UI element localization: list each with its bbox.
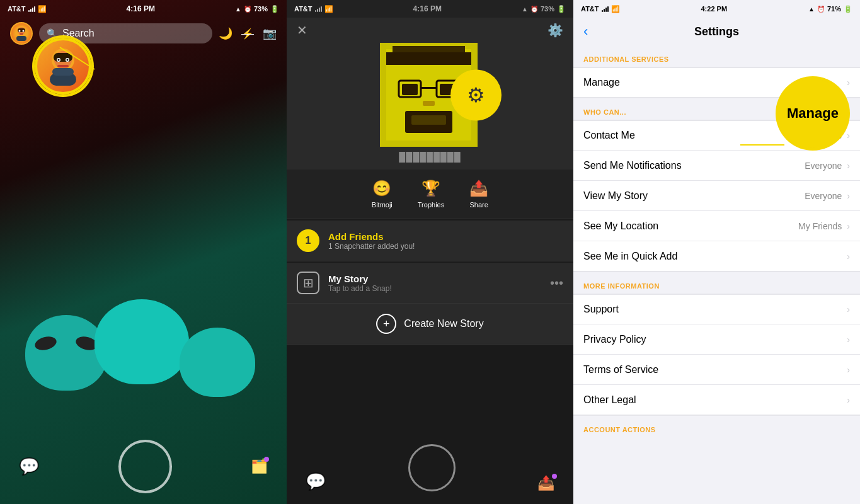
carrier-text: AT&T <box>8 5 26 13</box>
profile-bottom: 💬 📤 <box>287 345 573 504</box>
location-icon: ▲ <box>235 6 241 13</box>
my-story-row[interactable]: ⊞ My Story Tap to add a Snap! ••• <box>287 263 573 304</box>
chat-icon-p2[interactable]: 💬 <box>306 472 326 491</box>
user-avatar-small[interactable] <box>10 22 33 45</box>
battery-icon: 🔋 <box>270 5 279 13</box>
contact-me-chevron: › <box>847 130 850 140</box>
terms-right: › <box>847 365 850 375</box>
other-legal-chevron: › <box>847 395 850 405</box>
privacy-policy-chevron: › <box>847 335 850 345</box>
shutter-p2[interactable] <box>408 444 456 491</box>
privacy-policy-right: › <box>847 335 850 345</box>
my-story-subtitle: Tap to add a Snap! <box>328 284 541 293</box>
bitmoji-avatar-small <box>11 23 32 43</box>
carrier-p2: AT&T <box>294 5 312 13</box>
time-p2: 4:16 PM <box>413 4 442 13</box>
other-legal-label: Other Legal <box>583 394 636 406</box>
svg-rect-6 <box>16 36 26 41</box>
support-row[interactable]: Support › <box>573 294 860 324</box>
status-bar-camera: AT&T 📶 4:16 PM ▲ ⏰ 73% 🔋 <box>0 0 287 18</box>
b3 <box>319 8 320 12</box>
add-friends-row[interactable]: 1 Add Friends 1 Snapchatter added you! <box>287 220 573 261</box>
camera-flip-icon[interactable]: 📷 <box>263 26 277 40</box>
other-legal-row[interactable]: Other Legal › <box>573 385 860 415</box>
battery-text: 73% <box>254 5 268 13</box>
section-more-information: MORE INFORMATION <box>573 272 860 294</box>
manage-row-right: › <box>847 77 850 88</box>
signal-bars <box>28 6 35 12</box>
bar2 <box>30 9 32 12</box>
camera-bottom-controls: 💬 🗂️ <box>0 428 287 504</box>
svg-rect-22 <box>402 84 418 95</box>
user-avatar-large[interactable] <box>35 38 91 94</box>
svg-rect-21 <box>386 52 471 65</box>
see-me-quick-add-row[interactable]: See Me in Quick Add › <box>573 241 860 272</box>
sb2 <box>604 9 605 12</box>
svg-rect-10 <box>54 53 72 62</box>
bar1 <box>28 10 30 12</box>
svg-rect-2 <box>18 28 25 32</box>
create-story-row[interactable]: + Create New Story <box>287 304 573 345</box>
settings-header: ‹ Settings <box>573 18 860 45</box>
see-my-location-right: My Friends › <box>798 221 850 231</box>
settings-button-profile[interactable]: ⚙️ <box>548 23 563 38</box>
svg-rect-17 <box>52 68 74 76</box>
status-right-p2: ▲ ⏰ 73% 🔋 <box>522 5 566 13</box>
see-me-quick-add-right: › <box>847 251 850 261</box>
svg-rect-15 <box>57 65 69 67</box>
gear-annotation-circle: ⚙ <box>452 71 500 118</box>
manage-annotation: Manage <box>778 79 847 148</box>
status-right-s: ▲ ⏰ 71% 🔋 <box>808 5 852 13</box>
add-friends-subtitle: 1 Snapchatter added you! <box>328 242 563 251</box>
view-my-story-value: Everyone <box>805 191 842 201</box>
profile-username: █████████ <box>399 147 461 164</box>
more-info-group: Support › Privacy Policy › Terms of Serv… <box>573 294 860 416</box>
loc-s: ▲ <box>808 6 815 13</box>
svg-point-13 <box>58 59 60 61</box>
alarm-p2: ⏰ <box>530 6 538 13</box>
svg-point-3 <box>19 30 21 32</box>
see-my-location-row[interactable]: See My Location My Friends › <box>573 211 860 241</box>
see-my-location-value: My Friends <box>798 221 842 231</box>
story-icon-wrapper[interactable]: 🗂️ <box>251 458 268 474</box>
send-notifications-value: Everyone <box>805 161 842 171</box>
view-my-story-row[interactable]: View My Story Everyone › <box>573 181 860 211</box>
privacy-policy-label: Privacy Policy <box>583 334 646 345</box>
chat-icon[interactable]: 💬 <box>19 457 39 476</box>
send-notifications-row[interactable]: Send Me Notifications Everyone › <box>573 151 860 181</box>
trophies-action[interactable]: 🏆 Trophies <box>418 180 444 209</box>
status-left: AT&T 📶 <box>8 5 47 13</box>
support-chevron: › <box>847 304 850 314</box>
bar3 <box>32 8 33 12</box>
profile-panel: AT&T 📶 4:16 PM ▲ ⏰ 73% 🔋 ✕ ⚙️ <box>287 0 573 504</box>
b2 <box>317 9 318 12</box>
battery-p2: 73% <box>541 5 554 13</box>
avatar-large-svg <box>41 44 85 88</box>
manage-chevron: › <box>847 77 850 88</box>
shutter-button[interactable] <box>118 440 172 493</box>
manage-bubble-text: Manage <box>787 105 839 122</box>
privacy-policy-row[interactable]: Privacy Policy › <box>573 324 860 355</box>
back-button[interactable]: ‹ <box>583 23 588 40</box>
bitmoji-action[interactable]: 😊 Bitmoji <box>372 180 393 209</box>
support-right: › <box>847 304 850 314</box>
gear-icon: ⚙ <box>467 83 485 107</box>
signal-bars-s <box>602 6 609 12</box>
more-options-button[interactable]: ••• <box>550 276 563 290</box>
terms-row[interactable]: Terms of Service › <box>573 355 860 385</box>
close-button[interactable]: ✕ <box>297 23 307 38</box>
other-legal-right: › <box>847 395 850 405</box>
flash-icon[interactable]: ⚡ <box>241 28 254 40</box>
battery-icon-p2: 🔋 <box>557 5 566 13</box>
svg-rect-30 <box>380 43 386 49</box>
sb4 <box>607 6 609 12</box>
stories-icon-p2[interactable]: 📤 <box>537 475 554 491</box>
moon-icon[interactable]: 🌙 <box>219 26 232 40</box>
support-label: Support <box>583 304 619 315</box>
manage-label: Manage <box>583 77 620 88</box>
b1 <box>315 10 316 12</box>
my-story-title: My Story <box>328 273 541 284</box>
share-action[interactable]: 📤 Share <box>469 180 488 209</box>
status-left-p2: AT&T 📶 <box>294 5 333 13</box>
my-story-text: My Story Tap to add a Snap! <box>328 273 541 293</box>
